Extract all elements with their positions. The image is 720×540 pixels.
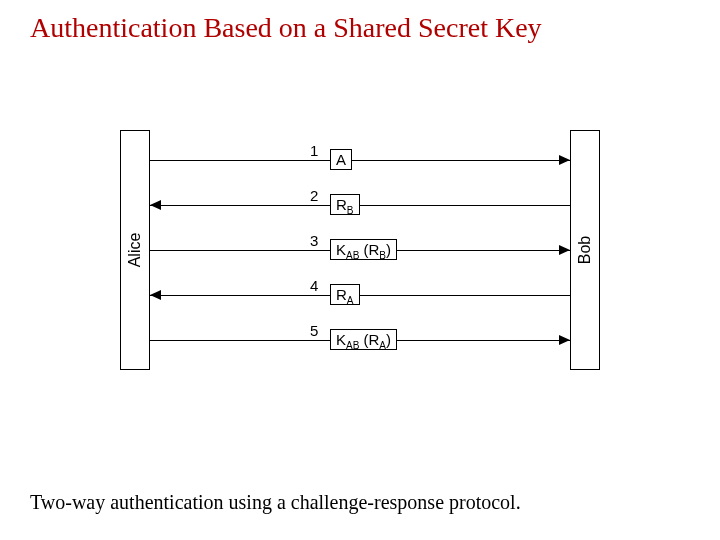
sequence-diagram: Alice Bob 1 A 2 RB 3 KAB (RB) 4 RA 5 KAB… [120,130,600,370]
message-line [150,160,570,161]
arrow-right-icon [559,335,570,345]
message-label: A [330,149,352,170]
step-number: 4 [310,277,318,294]
arrow-left-icon [150,290,161,300]
party-bob-box: Bob [570,130,600,370]
message-label: RA [330,284,360,305]
message-line [150,205,570,206]
arrow-right-icon [559,155,570,165]
arrow-left-icon [150,200,161,210]
party-bob-label: Bob [576,236,594,264]
party-alice-label: Alice [126,233,144,268]
step-number: 3 [310,232,318,249]
message-line [150,295,570,296]
message-label: KAB (RA) [330,329,397,350]
step-number: 5 [310,322,318,339]
step-number: 2 [310,187,318,204]
party-alice-box: Alice [120,130,150,370]
message-label: RB [330,194,360,215]
message-label: KAB (RB) [330,239,397,260]
figure-caption: Two-way authentication using a challenge… [30,491,521,514]
arrow-right-icon [559,245,570,255]
page-title: Authentication Based on a Shared Secret … [30,12,542,44]
step-number: 1 [310,142,318,159]
